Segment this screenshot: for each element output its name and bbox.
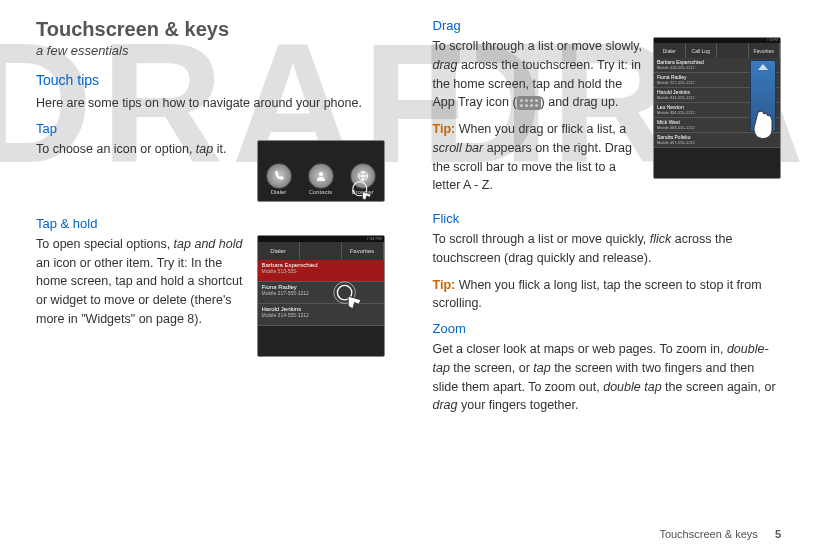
dg-tab-0: Dialer (654, 43, 686, 58)
svg-point-0 (319, 172, 323, 176)
app-tray-icon (517, 96, 541, 110)
figure-tap: Dialer Contacts Browser (257, 140, 385, 202)
heading-tap-hold: Tap & hold (36, 216, 385, 231)
tap-hand-icon (350, 179, 378, 207)
drag-hand-icon (746, 106, 781, 146)
footer-section: Touchscreen & keys (659, 528, 757, 540)
dg-tab-3: Favorites (749, 43, 781, 58)
contacts-label: Contacts (308, 189, 334, 195)
heading-flick: Flick (433, 211, 782, 226)
taphold-hand-icon (332, 280, 368, 316)
right-column: Drag 7:34 PM Dialer Call Log Favorites B… (433, 18, 782, 423)
touch-tips-paragraph: Here are some tips on how to navigate ar… (36, 94, 385, 113)
dg-tab-2 (717, 43, 749, 58)
contacts-icon (308, 163, 334, 189)
th-tab-mid (300, 242, 342, 260)
th-tab-fav: Favorites (342, 242, 384, 260)
footer-page-number: 5 (775, 528, 781, 540)
heading-tap: Tap (36, 121, 385, 136)
heading-touch-tips: Touch tips (36, 72, 385, 88)
dg-tab-1: Call Log (686, 43, 718, 58)
page-subtitle: a few essentials (36, 43, 385, 58)
dialer-icon (266, 163, 292, 189)
heading-zoom: Zoom (433, 321, 782, 336)
dialer-label: Dialer (266, 189, 292, 195)
heading-drag: Drag (433, 18, 782, 33)
flick-tip: Tip: When you flick a long list, tap the… (433, 276, 782, 314)
figure-drag: 7:34 PM Dialer Call Log Favorites Barbar… (653, 37, 781, 179)
flick-paragraph: To scroll through a list or move quickly… (433, 230, 782, 268)
left-column: Touchscreen & keys a few essentials Touc… (36, 18, 385, 423)
th-tab-dialer: Dialer (258, 242, 300, 260)
th-row-1: Barbara EsperschiedMobile 513-555- (258, 260, 384, 282)
page-footer: Touchscreen & keys 5 (659, 528, 781, 540)
page-title: Touchscreen & keys (36, 18, 385, 41)
zoom-paragraph: Get a closer look at maps or web pages. … (433, 340, 782, 415)
figure-tap-hold: 7:34 PM Dialer Favorites Barbara Espersc… (257, 235, 385, 357)
